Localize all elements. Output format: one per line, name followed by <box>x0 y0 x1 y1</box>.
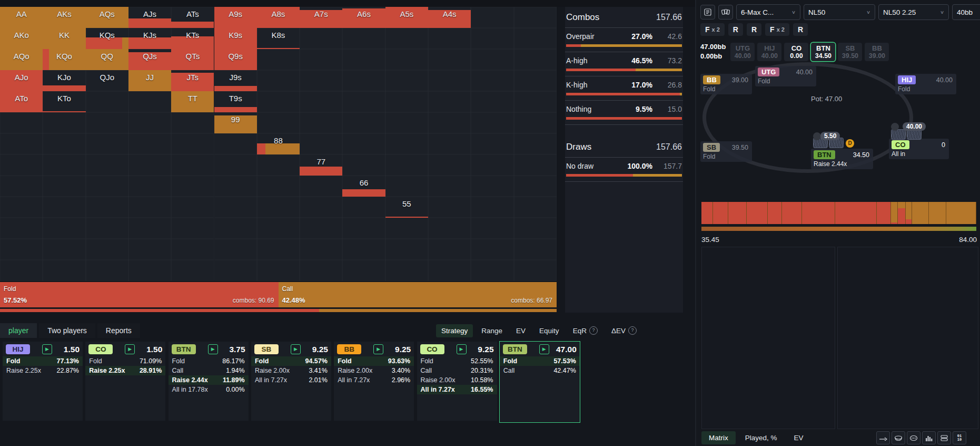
hand-cell-empty[interactable] <box>0 197 43 218</box>
hand-cell-empty[interactable] <box>0 218 43 239</box>
bar-chart-icon[interactable] <box>922 431 936 444</box>
hand-cell-AQs[interactable]: AQs <box>86 7 128 28</box>
strategy-row-raise-2-00x[interactable]: Raise 2.00x10.58% <box>417 375 497 385</box>
hand-cell-empty[interactable] <box>428 28 471 49</box>
hand-cell-empty[interactable] <box>342 239 385 260</box>
strategy-row-raise-2-25x[interactable]: Raise 2.25x22.87% <box>3 366 83 375</box>
hand-cell-empty[interactable] <box>342 133 385 154</box>
play-icon[interactable]: ▶ <box>539 344 549 354</box>
hand-cell-JJ[interactable]: JJ <box>128 70 171 91</box>
dropdown-40bb[interactable]: 40bb∨ <box>952 4 980 20</box>
hand-cell-empty[interactable] <box>0 112 43 133</box>
hand-cell-KJo[interactable]: KJo <box>43 70 85 91</box>
hand-cell-empty[interactable] <box>128 112 171 133</box>
help-icon[interactable]: ? <box>628 326 637 335</box>
hand-cell-empty[interactable] <box>128 260 171 281</box>
hand-cell-JTs[interactable]: JTs <box>171 70 214 91</box>
hand-cell-empty[interactable] <box>385 49 428 70</box>
play-icon[interactable]: ▶ <box>291 344 301 354</box>
hand-cell-empty[interactable] <box>428 70 471 91</box>
hand-cell-KTo[interactable]: KTo <box>43 91 85 112</box>
tab-strategy[interactable]: Strategy <box>436 324 473 337</box>
stack-chip-sb[interactable]: SB39.50 <box>838 43 862 61</box>
hand-cell-empty[interactable] <box>43 154 85 176</box>
hand-cell-empty[interactable] <box>128 154 171 176</box>
history-action-button[interactable]: R <box>747 23 761 36</box>
stack-chip-co[interactable]: CO0.00 <box>784 43 808 61</box>
stats-row-a-high[interactable]: A-high46.5%73.2 <box>565 52 683 76</box>
dropdown-nl50-2-25[interactable]: NL50 2.25∨ <box>878 4 949 20</box>
hand-cell-empty[interactable] <box>300 239 342 260</box>
hand-cell-Q9s[interactable]: Q9s <box>214 49 257 70</box>
hand-cell-88[interactable]: 88 <box>257 133 300 154</box>
hand-cell-empty[interactable] <box>214 197 257 218</box>
hand-cell-empty[interactable] <box>128 176 171 197</box>
hand-cell-empty[interactable] <box>257 260 300 281</box>
hand-cell-AKs[interactable]: AKs <box>43 7 85 28</box>
strategy-row-raise-2-25x[interactable]: Raise 2.25x28.91% <box>85 366 165 375</box>
hand-cell-KQo[interactable]: KQo <box>43 49 85 70</box>
hand-cell-empty[interactable] <box>214 218 257 239</box>
tab-player[interactable]: player <box>0 323 37 338</box>
hand-cell-empty[interactable] <box>171 154 214 176</box>
hand-cell-A8s[interactable]: A8s <box>257 7 300 28</box>
hand-cell-empty[interactable] <box>0 260 43 281</box>
strategy-row-fold[interactable]: Fold93.63% <box>334 356 414 366</box>
strategy-panel-co-1[interactable]: CO▶1.50Fold71.09%Raise 2.25x28.91% <box>85 342 165 421</box>
hand-cell-AQo[interactable]: AQo <box>0 49 43 70</box>
hand-cell-empty[interactable] <box>514 91 557 112</box>
hand-cell-empty[interactable] <box>86 176 128 197</box>
hand-cell-empty[interactable] <box>300 49 342 70</box>
hand-cell-empty[interactable] <box>471 28 513 49</box>
hand-cell-empty[interactable] <box>214 260 257 281</box>
hand-cell-empty[interactable] <box>342 70 385 91</box>
hand-cell-empty[interactable] <box>0 133 43 154</box>
hand-cell-empty[interactable] <box>471 197 513 218</box>
hand-cell-55[interactable]: 55 <box>385 197 428 218</box>
strategy-row-all-in-7-27x[interactable]: All in 7.27x16.55% <box>417 385 497 394</box>
hand-cell-empty[interactable] <box>385 239 428 260</box>
hand-cell-empty[interactable] <box>428 91 471 112</box>
action-bar-segment-call[interactable]: Call42.48%combos: 66.97 <box>279 282 557 307</box>
hand-cell-empty[interactable] <box>471 260 513 281</box>
strategy-row-fold[interactable]: Fold77.13% <box>3 356 83 366</box>
hand-cell-empty[interactable] <box>300 176 342 197</box>
hand-cell-empty[interactable] <box>214 133 257 154</box>
hand-cell-empty[interactable] <box>471 239 513 260</box>
hand-cell-empty[interactable] <box>514 7 557 28</box>
strategy-row-fold[interactable]: Fold94.57% <box>251 356 331 366</box>
hand-cell-J9s[interactable]: J9s <box>214 70 257 91</box>
hand-cell-empty[interactable] <box>342 154 385 176</box>
strategy-row-call[interactable]: Call1.94% <box>169 366 249 375</box>
tab-ev[interactable]: EV <box>511 324 531 337</box>
tab-range[interactable]: Range <box>476 324 508 337</box>
play-icon[interactable]: ▶ <box>373 344 383 354</box>
hand-cell-empty[interactable] <box>43 197 85 218</box>
stats-row-k-high[interactable]: K-high17.0%26.8 <box>565 76 683 101</box>
straight-arrow-icon[interactable] <box>876 431 890 444</box>
hand-cell-empty[interactable] <box>385 176 428 197</box>
hand-cell-K8s[interactable]: K8s <box>257 28 300 49</box>
hand-cell-empty[interactable] <box>342 91 385 112</box>
hand-cell-empty[interactable] <box>514 154 557 176</box>
hand-cell-empty[interactable] <box>342 49 385 70</box>
hand-cell-empty[interactable] <box>428 112 471 133</box>
stats-row-no-draw[interactable]: No draw100.0%157.7 <box>565 158 683 182</box>
hand-cell-A4s[interactable]: A4s <box>428 7 471 28</box>
stack-chip-utg[interactable]: UTG40.00 <box>730 43 755 61</box>
play-icon[interactable]: ▶ <box>457 344 467 354</box>
hand-cell-KTs[interactable]: KTs <box>171 28 214 49</box>
strategy-row-raise-2-00x[interactable]: Raise 2.00x3.40% <box>334 366 414 375</box>
hand-cell-empty[interactable] <box>342 197 385 218</box>
hand-cell-empty[interactable] <box>214 239 257 260</box>
tab-reports[interactable]: Reports <box>97 323 140 338</box>
hand-cell-empty[interactable] <box>300 197 342 218</box>
hand-cell-QJo[interactable]: QJo <box>86 70 128 91</box>
hand-cell-empty[interactable] <box>471 70 513 91</box>
play-icon[interactable]: ▶ <box>208 344 218 354</box>
strategy-panel-bb-4[interactable]: BB▶9.25Fold93.63%Raise 2.00x3.40%All in … <box>334 342 414 421</box>
hand-cell-empty[interactable] <box>514 49 557 70</box>
hand-cell-empty[interactable] <box>43 260 85 281</box>
hand-cell-empty[interactable] <box>514 239 557 260</box>
poker-chip-icon[interactable] <box>907 431 920 444</box>
